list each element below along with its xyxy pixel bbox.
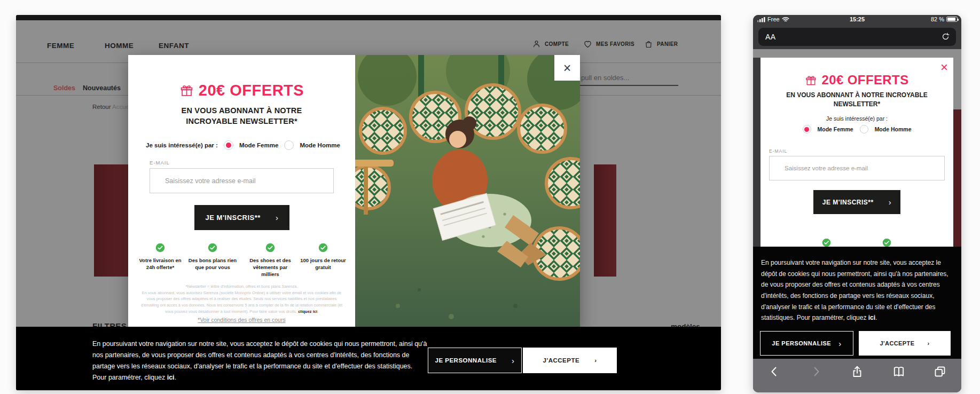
check-circle-icon [155,243,165,253]
radio-mode-femme-label[interactable]: Mode Femme [818,126,853,132]
personalize-label: JE PERSONNALISE [435,357,497,364]
chevron-right-icon: › [594,357,597,364]
refresh-icon[interactable] [941,32,950,41]
newsletter-modal-mobile: × 20€ OFFERTS EN VOUS ABONNANT À NOTRE I… [761,58,953,247]
radio-mode-homme-label[interactable]: Mode Homme [300,142,340,148]
cookie-banner-mobile: En poursuivant votre navigation sur notr… [753,247,961,359]
cookie-text: En poursuivant votre navigation sur notr… [761,257,954,324]
cafe-photo-illustration [355,55,580,330]
cookie-banner: En poursuivant votre navigation sur notr… [16,327,721,390]
gift-icon [805,74,817,86]
desktop-browser-page: FEMME HOMME ENFANT COMPTE MES FAVORIS PA… [16,15,721,390]
subnav-nouveautes[interactable]: Nouveautés [83,84,121,92]
reader-text-size-button[interactable]: AA [765,33,776,41]
legal-link[interactable]: cliquez ici [298,309,317,314]
legal-fine-print: *Newsletter = lettre d'information, offr… [140,283,343,314]
check-circle-icon [265,243,275,253]
chevron-right-icon: › [838,340,842,348]
cookie-text-body: En poursuivant votre navigation sur notr… [92,340,427,381]
forward-chevron-icon[interactable] [810,365,822,378]
status-bar: Free 15:25 82 % [753,15,961,25]
nav-homme[interactable]: HOMME [105,42,134,50]
dimmed-page-header [753,49,961,58]
person-icon [532,40,541,49]
close-icon[interactable]: × [940,61,948,74]
breadcrumb[interactable]: Retour Accueil [92,104,132,110]
back-chevron-icon[interactable] [768,365,781,378]
check-circle-icon [882,238,891,247]
modal-title: 20€ OFFERTS [821,73,908,88]
benefit-deals-label: Des bons plans rien que pour vous [188,257,237,271]
accept-button[interactable]: J'ACCEPTE › [859,331,951,356]
bookmarks-icon[interactable] [892,365,905,378]
safari-toolbar [753,359,961,392]
clock-label: 15:25 [753,16,961,22]
email-field[interactable] [150,168,334,193]
status-right: 82 % [931,16,958,22]
legal-intro: *Newsletter = lettre d'information, offr… [140,283,343,290]
benefit-delivery: Votre livraison en 24h offerte* [136,243,185,271]
email-label: E-MAIL [150,160,170,166]
accept-button[interactable]: J'ACCEPTE › [523,348,617,373]
promo-banner-edge [953,109,961,247]
cart-button[interactable]: PANIER [644,40,678,49]
chevron-right-icon: › [889,198,892,206]
close-icon[interactable]: × [554,55,580,81]
personalize-button[interactable]: JE PERSONNALISE › [428,348,522,373]
breadcrumb-retour: Retour [92,104,111,110]
interest-label: Je suis intéressé(e) par : [761,115,953,122]
interest-label: Je suis intéressé(e) par : [146,142,218,148]
cookie-text-suffix: . [175,374,176,381]
legal-suffix: . [317,309,318,314]
nav-femme[interactable]: FEMME [47,42,74,50]
email-field[interactable] [769,156,945,180]
nav-enfant[interactable]: ENFANT [159,42,189,50]
modal-subtitle: EN VOUS ABONNANT À NOTRE INCROYABLE NEWS… [777,91,937,109]
radio-mode-homme-label[interactable]: Mode Homme [875,126,912,132]
dimmed-page-edge [953,49,961,109]
account-label: COMPTE [545,41,569,47]
search-input[interactable]: pull en soldes... [581,74,629,82]
radio-mode-femme[interactable] [224,140,233,150]
accept-label: J'ACCEPTE [880,340,915,346]
favorites-label: MES FAVORIS [596,41,634,47]
conditions-link[interactable]: *Voir conditions des offres en cours [128,317,355,323]
check-circle-icon [318,243,328,253]
personalize-label: JE PERSONNALISE [772,340,831,346]
battery-percent-label: 82 % [931,16,944,22]
radio-mode-homme[interactable] [860,125,868,133]
tabs-icon[interactable] [934,365,946,378]
radio-mode-homme[interactable] [284,140,294,150]
cookie-text: En poursuivant votre navigation sur notr… [92,338,428,383]
subnav-soldes[interactable]: Soldes [53,84,75,92]
cookie-settings-link[interactable]: ici [167,374,175,381]
cart-label: PANIER [657,41,678,47]
benefit-returns: 100 jours de retour gratuit [298,243,348,271]
subscribe-label: JE M'INSCRIS** [822,199,874,206]
chevron-right-icon: › [512,357,515,365]
battery-icon [946,17,958,22]
newsletter-form-pane: 20€ OFFERTS EN VOUS ABONNANT À NOTRE INC… [128,55,355,330]
personalize-button[interactable]: JE PERSONNALISE › [760,331,853,356]
favorites-button[interactable]: MES FAVORIS [583,40,634,49]
benefit-returns-label: 100 jours de retour gratuit [298,257,348,271]
chevron-right-icon: › [276,214,279,222]
newsletter-photo [355,55,580,330]
radio-mode-femme-label[interactable]: Mode Femme [239,142,279,148]
check-circle-icon [208,243,217,253]
email-label: E-MAIL [769,148,787,154]
search-underline [580,85,678,86]
share-icon[interactable] [851,365,864,378]
benefit-deals: Des bons plans rien que pour vous [188,243,237,271]
radio-mode-femme[interactable] [803,125,811,133]
interest-choice-row: Je suis intéressé(e) par : Mode Femme Mo… [146,140,340,150]
interest-choice-row: Mode Femme Mode Homme [761,125,953,133]
modal-title-row: 20€ OFFERTS [128,82,355,99]
address-bar[interactable]: AA [758,28,956,46]
subscribe-button[interactable]: JE M'INSCRIS** › [813,190,900,214]
subscribe-button[interactable]: JE M'INSCRIS** › [194,205,289,230]
chevron-right-icon: › [927,340,929,346]
cookie-settings-link[interactable]: ici [868,314,875,321]
account-button[interactable]: COMPTE [532,40,569,49]
cookie-text-body: En poursuivant votre navigation sur notr… [761,259,948,321]
